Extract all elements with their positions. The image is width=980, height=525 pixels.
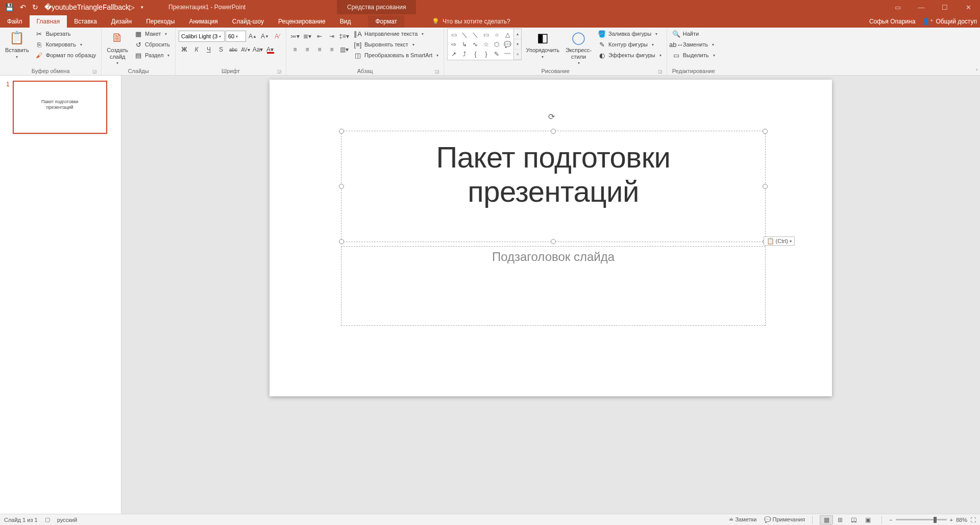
shape-outline-button[interactable]: ✎Контур фигуры▾ bbox=[596, 39, 664, 50]
paste-options-badge[interactable]: 📋 (Ctrl) ▾ bbox=[764, 236, 795, 246]
shape-star-icon[interactable]: ☆ bbox=[481, 40, 491, 49]
slide-title-text[interactable]: Пакет подготовки презентаций bbox=[341, 131, 765, 218]
tab-transitions[interactable]: Переходы bbox=[139, 15, 182, 28]
arrange-button[interactable]: ◧ Упорядочить ▾ bbox=[524, 29, 561, 60]
notes-button[interactable]: ≐ Заметки bbox=[729, 516, 756, 523]
numbering-button[interactable]: ≣▾ bbox=[302, 31, 313, 42]
resize-handle[interactable] bbox=[763, 129, 768, 134]
share-button[interactable]: 👤⁺ Общий доступ bbox=[922, 18, 977, 25]
comments-button[interactable]: 💬 Примечания bbox=[764, 516, 805, 523]
clipboard-launcher-icon[interactable]: ◲ bbox=[92, 69, 97, 74]
language-indicator[interactable]: русский bbox=[57, 517, 77, 523]
shape-triangle-icon[interactable]: △ bbox=[502, 30, 512, 39]
shape-rect-icon[interactable]: ▭ bbox=[481, 30, 491, 39]
shape-line2-icon[interactable]: ＼ bbox=[470, 30, 480, 39]
undo-icon[interactable]: ↶ bbox=[20, 3, 26, 11]
redo-icon[interactable]: ↻ bbox=[32, 3, 38, 11]
shape-connector2-icon[interactable]: ⤴ bbox=[459, 50, 470, 59]
resize-handle[interactable] bbox=[763, 184, 768, 189]
shape-freeform-icon[interactable]: ✎ bbox=[492, 50, 502, 59]
start-slideshow-icon[interactable]: �youtubeTriangleFallback▷ bbox=[44, 3, 135, 11]
gallery-down-icon[interactable]: ▾ bbox=[514, 39, 521, 50]
new-slide-button[interactable]: 🗎 Создать слайд ▾ bbox=[105, 29, 130, 66]
resize-handle[interactable] bbox=[339, 129, 344, 134]
resize-handle[interactable] bbox=[339, 239, 344, 244]
save-icon[interactable]: 💾 bbox=[5, 3, 14, 11]
shape-textbox-icon[interactable]: ▭ bbox=[449, 30, 459, 39]
grow-font-button[interactable]: A▲ bbox=[247, 31, 258, 42]
slide-subtitle-text[interactable]: Подзаголовок слайда bbox=[341, 247, 765, 264]
tab-home[interactable]: Главная bbox=[30, 15, 67, 28]
shrink-font-button[interactable]: A▼ bbox=[259, 31, 271, 42]
shape-elbow-icon[interactable]: ↳ bbox=[459, 40, 470, 49]
ribbon-options-icon[interactable]: ▭ bbox=[886, 0, 910, 14]
slideshow-view-icon[interactable]: ▣ bbox=[861, 515, 874, 524]
quick-styles-button[interactable]: ◯ Экспресс- стили ▾ bbox=[564, 29, 594, 66]
close-icon[interactable]: ✕ bbox=[957, 0, 980, 14]
tab-animation[interactable]: Анимация bbox=[182, 15, 225, 28]
shapes-gallery[interactable]: ▭＼＼▭○△ ⇨↳∿☆⬡💬 ↗⤴{}✎〰 bbox=[447, 29, 514, 60]
paste-button[interactable]: 📋 Вставить ▾ bbox=[3, 29, 31, 60]
slide-thumbnail-1[interactable]: Пакет подготовки презентаций bbox=[13, 81, 107, 134]
shape-fill-button[interactable]: 🪣Заливка фигуры▾ bbox=[596, 29, 664, 39]
slide-canvas-area[interactable]: ⟳ Пакет подготовки презентаций 📋 (Ctrl) … bbox=[121, 76, 980, 514]
bullets-button[interactable]: ≔▾ bbox=[289, 31, 301, 42]
shape-scribble-icon[interactable]: 〰 bbox=[502, 50, 512, 59]
cut-button[interactable]: ✂Вырезать bbox=[33, 29, 99, 39]
drawing-launcher-icon[interactable]: ◲ bbox=[658, 69, 663, 74]
tab-file[interactable]: Файл bbox=[0, 15, 30, 28]
reading-view-icon[interactable]: 🕮 bbox=[847, 515, 861, 524]
sorter-view-icon[interactable]: ⊞ bbox=[834, 515, 847, 524]
copy-button[interactable]: ⎘Копировать▾ bbox=[33, 39, 99, 50]
tab-format[interactable]: Формат bbox=[368, 15, 404, 28]
resize-handle[interactable] bbox=[551, 239, 556, 244]
zoom-slider[interactable] bbox=[896, 519, 947, 520]
decrease-indent-button[interactable]: ⇤ bbox=[314, 31, 325, 42]
layout-button[interactable]: ▦Макет▾ bbox=[132, 29, 172, 39]
tell-me-search[interactable]: 💡 Что вы хотите сделать? bbox=[425, 15, 518, 28]
justify-button[interactable]: ≡ bbox=[326, 44, 337, 55]
convert-smartart-button[interactable]: ◫Преобразовать в SmartArt▾ bbox=[352, 50, 440, 60]
normal-view-icon[interactable]: ▦ bbox=[820, 515, 833, 524]
text-shadow-button[interactable]: S bbox=[215, 44, 227, 55]
shape-oval-icon[interactable]: ○ bbox=[492, 30, 502, 39]
slide[interactable]: ⟳ Пакет подготовки презентаций 📋 (Ctrl) … bbox=[270, 80, 832, 396]
align-center-button[interactable]: ≡ bbox=[302, 44, 313, 55]
format-painter-button[interactable]: 🖌Формат по образцу bbox=[33, 50, 99, 60]
resize-handle[interactable] bbox=[551, 129, 556, 134]
shape-curve-icon[interactable]: ∿ bbox=[470, 40, 480, 49]
resize-handle[interactable] bbox=[339, 184, 344, 189]
underline-button[interactable]: Ч bbox=[203, 44, 214, 55]
tab-review[interactable]: Рецензирование bbox=[271, 15, 333, 28]
section-button[interactable]: ▤Раздел▾ bbox=[132, 50, 172, 60]
align-right-button[interactable]: ≡ bbox=[314, 44, 325, 55]
reset-button[interactable]: ↺Сбросить bbox=[132, 39, 172, 50]
title-placeholder[interactable]: ⟳ Пакет подготовки презентаций 📋 (Ctrl) … bbox=[341, 131, 766, 242]
tab-design[interactable]: Дизайн bbox=[104, 15, 139, 28]
bold-button[interactable]: Ж bbox=[179, 44, 190, 55]
maximize-icon[interactable]: ☐ bbox=[933, 0, 957, 14]
shape-brace-l-icon[interactable]: { bbox=[470, 50, 480, 59]
shape-brace-r-icon[interactable]: } bbox=[481, 50, 491, 59]
subtitle-placeholder[interactable]: Подзаголовок слайда bbox=[341, 246, 766, 326]
font-name-combo[interactable]: Calibri Light (З▾ bbox=[179, 31, 225, 42]
text-direction-button[interactable]: ‖AНаправление текста▾ bbox=[352, 29, 440, 39]
select-button[interactable]: ▭Выделить▾ bbox=[670, 50, 717, 60]
collapse-ribbon-icon[interactable]: ˄ bbox=[975, 68, 978, 74]
fit-to-window-icon[interactable]: ⛶ bbox=[970, 517, 976, 523]
strikethrough-button[interactable]: abc bbox=[228, 44, 239, 55]
align-left-button[interactable]: ≡ bbox=[289, 44, 301, 55]
char-spacing-button[interactable]: AV▾ bbox=[240, 44, 251, 55]
spellcheck-icon[interactable]: ▢ bbox=[45, 516, 50, 523]
replace-button[interactable]: ab↔Заменить▾ bbox=[670, 39, 717, 50]
find-button[interactable]: 🔍Найти bbox=[670, 29, 717, 39]
shape-effects-button[interactable]: ◐Эффекты фигуры▾ bbox=[596, 50, 664, 60]
user-name[interactable]: Софья Опарина bbox=[869, 18, 915, 25]
line-spacing-button[interactable]: ‡≡▾ bbox=[338, 31, 350, 42]
clear-format-button[interactable]: A⁄ bbox=[272, 31, 283, 42]
change-case-button[interactable]: Aa▾ bbox=[252, 44, 263, 55]
shape-arrow-icon[interactable]: ⇨ bbox=[449, 40, 459, 49]
columns-button[interactable]: ▥▾ bbox=[338, 44, 350, 55]
gallery-more-icon[interactable]: ≡ bbox=[514, 50, 521, 60]
zoom-in-button[interactable]: + bbox=[950, 517, 953, 523]
